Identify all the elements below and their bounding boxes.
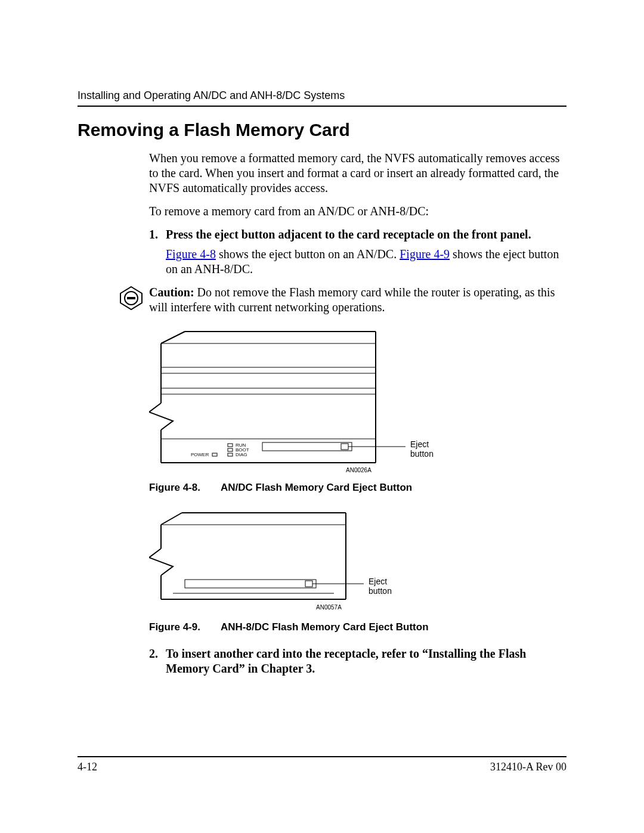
step-1-body: Figure 4-8 shows the eject button on an … bbox=[166, 247, 566, 277]
figure-4-8-title: AN/DC Flash Memory Card Eject Button bbox=[221, 482, 412, 493]
footer-doc-id: 312410-A Rev 00 bbox=[490, 761, 566, 773]
fig2-eject-label-1: Eject bbox=[369, 577, 387, 586]
figure-4-9-title: ANH-8/DC Flash Memory Card Eject Button bbox=[221, 621, 429, 633]
fig1-eject-label-2: button bbox=[410, 449, 434, 459]
header-rule bbox=[78, 106, 566, 107]
figure-4-8-svg: RUN BOOT DIAG POWER Eject button AN0026A bbox=[149, 326, 483, 475]
figure-4-9-number: Figure 4-9. bbox=[149, 621, 221, 633]
fig1-code: AN0026A bbox=[346, 467, 371, 473]
svg-line-3 bbox=[161, 332, 185, 343]
svg-rect-30 bbox=[305, 581, 312, 587]
caution-text: Caution: Do not remove the Flash memory … bbox=[149, 285, 566, 315]
body-column: When you remove a formatted memory card,… bbox=[149, 151, 566, 277]
lead-paragraph: To remove a memory card from an AN/DC or… bbox=[149, 204, 566, 219]
svg-rect-19 bbox=[228, 453, 233, 456]
caution-body: Do not remove the Flash memory card whil… bbox=[149, 286, 555, 314]
step-2: 2. To insert another card into the recep… bbox=[149, 646, 566, 676]
figure-4-9-svg: Eject button AN0057A bbox=[149, 507, 447, 614]
svg-rect-17 bbox=[228, 444, 233, 447]
fig1-label-diag: DIAG bbox=[236, 452, 247, 457]
svg-rect-20 bbox=[212, 453, 217, 456]
figure-4-8-caption: Figure 4-8.AN/DC Flash Memory Card Eject… bbox=[149, 482, 566, 494]
footer-rule bbox=[78, 756, 566, 757]
caution-label: Caution: bbox=[149, 286, 194, 299]
fig1-label-power: POWER bbox=[191, 452, 209, 457]
svg-rect-16 bbox=[341, 444, 348, 450]
body-column-2: 2. To insert another card into the recep… bbox=[149, 646, 566, 676]
footer-page-number: 4-12 bbox=[78, 761, 97, 773]
svg-rect-29 bbox=[185, 580, 316, 588]
svg-rect-2 bbox=[127, 297, 135, 299]
page-body: Installing and Operating AN/DC and ANH-8… bbox=[78, 89, 566, 681]
step-1-text: Press the eject button adjacent to the c… bbox=[166, 227, 566, 242]
fig2-code: AN0057A bbox=[316, 604, 342, 611]
figure-4-9: Eject button AN0057A bbox=[149, 507, 566, 617]
step-2-number: 2. bbox=[149, 646, 166, 676]
fig1-eject-label-1: Eject bbox=[410, 439, 429, 449]
figure-4-9-caption: Figure 4-9.ANH-8/DC Flash Memory Card Ej… bbox=[149, 621, 566, 633]
figure-4-9-link[interactable]: Figure 4-9 bbox=[400, 247, 450, 261]
figure-4-8: RUN BOOT DIAG POWER Eject button AN0026A bbox=[149, 326, 566, 477]
figure-4-8-link[interactable]: Figure 4-8 bbox=[166, 247, 216, 261]
svg-rect-15 bbox=[262, 442, 352, 451]
fig2-eject-label-2: button bbox=[369, 586, 392, 596]
running-header: Installing and Operating AN/DC and ANH-8… bbox=[78, 89, 566, 102]
step-1-body-mid: shows the eject button on an AN/DC. bbox=[216, 247, 400, 261]
section-heading: Removing a Flash Memory Card bbox=[78, 120, 566, 140]
page-footer: 4-12 312410-A Rev 00 bbox=[78, 756, 566, 773]
caution-icon bbox=[119, 286, 143, 310]
svg-line-22 bbox=[161, 513, 182, 525]
intro-paragraph: When you remove a formatted memory card,… bbox=[149, 151, 566, 196]
svg-rect-18 bbox=[228, 448, 233, 451]
step-1: 1. Press the eject button adjacent to th… bbox=[149, 227, 566, 242]
step-2-text: To insert another card into the receptac… bbox=[166, 646, 566, 676]
figure-4-8-number: Figure 4-8. bbox=[149, 482, 221, 494]
caution-block: Caution: Do not remove the Flash memory … bbox=[119, 285, 566, 315]
step-1-number: 1. bbox=[149, 227, 166, 242]
